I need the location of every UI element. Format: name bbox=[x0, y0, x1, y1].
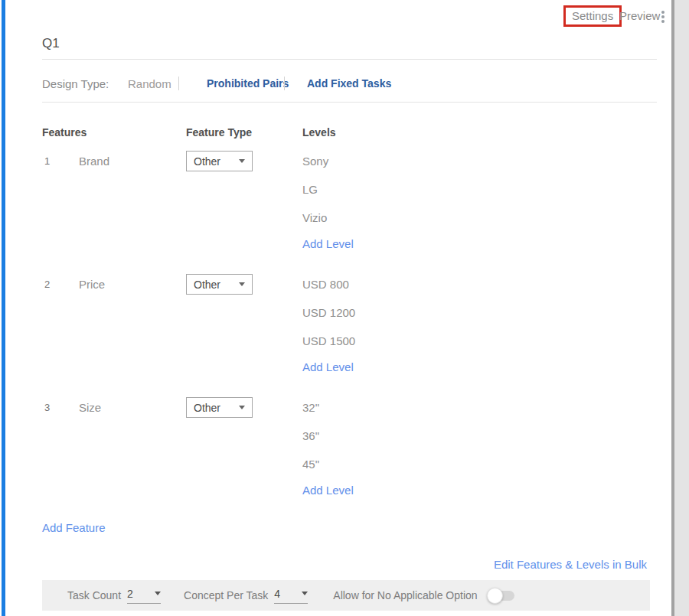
task-options-bar: Task Count 2 Concept Per Task 4 Allow fo… bbox=[42, 580, 650, 611]
level-field[interactable]: USD 1200 bbox=[302, 306, 355, 334]
level-field[interactable]: 45" bbox=[302, 458, 354, 486]
feature-type-value: Other bbox=[194, 279, 220, 291]
level-field[interactable]: LG bbox=[302, 183, 354, 211]
design-type-option-add-fixed-tasks[interactable]: Add Fixed Tasks bbox=[307, 77, 391, 90]
column-header-levels: Levels bbox=[302, 126, 336, 139]
level-field[interactable]: USD 1500 bbox=[302, 334, 355, 363]
feature-name-field[interactable]: Size bbox=[79, 401, 101, 414]
kebab-dot bbox=[661, 15, 665, 18]
task-count-value: 2 bbox=[127, 588, 133, 600]
level-field[interactable]: 32" bbox=[302, 401, 354, 429]
feature-type-value: Other bbox=[194, 402, 220, 414]
kebab-dot bbox=[661, 11, 665, 14]
divider bbox=[178, 77, 179, 90]
question-title: Q1 bbox=[42, 36, 60, 51]
feature-type-select[interactable]: Other bbox=[186, 274, 253, 295]
add-level-link[interactable]: Add Level bbox=[302, 484, 354, 497]
concept-per-task-value: 4 bbox=[274, 588, 280, 600]
dropdown-arrow-icon bbox=[302, 592, 308, 595]
settings-button[interactable]: Settings bbox=[563, 5, 622, 27]
add-level-link[interactable]: Add Level bbox=[302, 360, 355, 373]
design-type-label: Design Type: bbox=[42, 77, 109, 90]
column-header-feature-type: Feature Type bbox=[186, 126, 252, 139]
divider bbox=[42, 102, 657, 103]
level-field[interactable]: Sony bbox=[302, 155, 354, 183]
level-field[interactable]: 36" bbox=[302, 429, 354, 458]
add-level-link[interactable]: Add Level bbox=[302, 237, 354, 250]
kebab-menu-icon[interactable] bbox=[658, 8, 668, 25]
task-count-label: Task Count bbox=[67, 589, 121, 601]
level-field[interactable]: Vizio bbox=[302, 211, 354, 240]
feature-index: 2 bbox=[44, 279, 50, 290]
no-applicable-option-label: Allow for No Applicable Option bbox=[333, 589, 477, 601]
add-feature-link[interactable]: Add Feature bbox=[42, 521, 106, 534]
dropdown-arrow-icon bbox=[239, 159, 245, 163]
design-type-option-prohibited-pairs[interactable]: Prohibited Pairs bbox=[207, 77, 289, 90]
feature-row: 2 Price Other USD 800 USD 1200 USD 1500 … bbox=[0, 273, 689, 396]
task-count-select[interactable]: 2 bbox=[127, 588, 161, 604]
kebab-dot bbox=[661, 20, 665, 23]
feature-index: 3 bbox=[44, 402, 50, 413]
concept-per-task-select[interactable]: 4 bbox=[274, 588, 308, 604]
divider bbox=[42, 59, 657, 60]
feature-type-select[interactable]: Other bbox=[186, 151, 253, 171]
feature-type-select[interactable]: Other bbox=[186, 397, 253, 418]
no-applicable-option-toggle[interactable] bbox=[488, 591, 514, 601]
column-header-features: Features bbox=[42, 126, 87, 139]
feature-type-value: Other bbox=[194, 155, 220, 168]
feature-index: 1 bbox=[44, 155, 50, 167]
divider bbox=[284, 77, 285, 90]
feature-name-field[interactable]: Brand bbox=[79, 155, 109, 168]
preview-button[interactable]: Preview bbox=[619, 9, 660, 22]
feature-name-field[interactable]: Price bbox=[79, 278, 105, 291]
level-field[interactable]: USD 800 bbox=[302, 278, 355, 306]
feature-row: 3 Size Other 32" 36" 45" Add Level bbox=[0, 396, 689, 520]
edit-features-levels-bulk-link[interactable]: Edit Features & Levels in Bulk bbox=[494, 558, 647, 571]
dropdown-arrow-icon bbox=[155, 592, 161, 595]
dropdown-arrow-icon bbox=[239, 282, 245, 286]
conjoint-design-editor: Settings Preview Q1 Design Type: Random … bbox=[0, 0, 689, 616]
scrollbar-track[interactable] bbox=[674, 0, 689, 616]
concept-per-task-label: Concept Per Task bbox=[184, 589, 268, 601]
toggle-knob bbox=[487, 588, 503, 604]
feature-row: 1 Brand Other Sony LG Vizio Add Level bbox=[0, 150, 689, 273]
design-type-option-random[interactable]: Random bbox=[128, 77, 171, 90]
dropdown-arrow-icon bbox=[239, 406, 245, 409]
